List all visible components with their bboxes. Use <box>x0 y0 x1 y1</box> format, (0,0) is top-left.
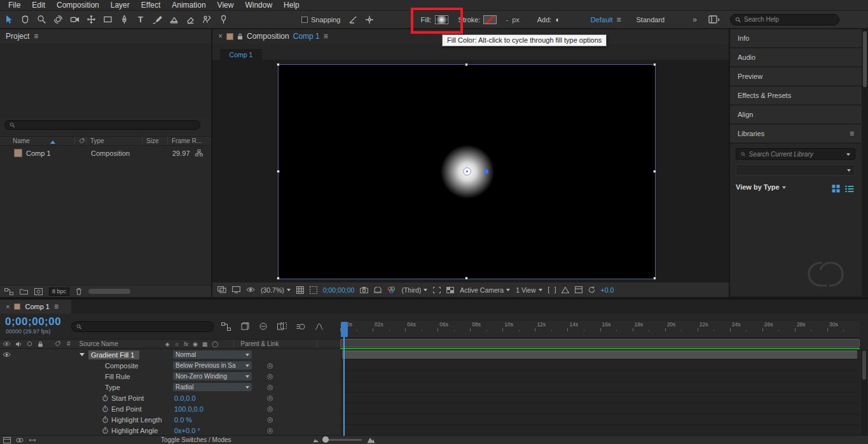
pick-whip-icon[interactable]: ◎ <box>267 361 273 370</box>
composition-tab-comp-name[interactable]: Comp 1 <box>293 32 320 41</box>
reset-exposure-icon[interactable] <box>588 286 595 293</box>
right-scrollbar-thumb[interactable] <box>863 31 867 87</box>
pixel-aspect-icon[interactable] <box>548 287 556 293</box>
snapshot-camera-icon[interactable] <box>360 287 368 293</box>
selection-handle[interactable] <box>653 63 656 66</box>
layer-duration-bar[interactable] <box>342 350 857 359</box>
close-tab-icon[interactable]: × <box>6 303 10 310</box>
timeline-ruler[interactable]: :00s 02s 04s 06s 08s 10s 12s 14s 16s 18s… <box>340 321 860 338</box>
timeline-tab[interactable]: × Comp 1 ≡ <box>0 300 71 314</box>
project-panel-menu-icon[interactable]: ≡ <box>34 32 38 41</box>
menu-animation[interactable]: Animation <box>166 1 211 10</box>
stopwatch-icon[interactable] <box>102 394 109 401</box>
viewer-tab[interactable]: Comp 1 <box>220 49 262 60</box>
trash-icon[interactable] <box>76 288 82 295</box>
lock-column-icon[interactable] <box>38 341 43 347</box>
view-by-type-dropdown[interactable]: View by Type <box>736 183 786 191</box>
roto-brush-tool-icon[interactable] <box>198 11 215 28</box>
fill-rule-dropdown[interactable]: Non-Zero Winding <box>173 372 252 380</box>
lock-icon[interactable] <box>237 33 243 40</box>
zoom-in-mountain-icon[interactable] <box>367 436 375 443</box>
selection-handle[interactable] <box>465 277 468 280</box>
column-label-color[interactable] <box>75 137 86 145</box>
work-area-bar[interactable] <box>340 339 860 347</box>
gradient-type-dropdown[interactable]: Radial <box>173 383 252 391</box>
property-row-start-point[interactable]: Start Point 0.0,0.0 ◎ <box>0 392 340 403</box>
eraser-tool-icon[interactable] <box>182 11 198 28</box>
viewer-area[interactable] <box>212 60 729 282</box>
workspace-menu-icon[interactable]: ≡ <box>617 15 621 24</box>
snap-angle-icon[interactable] <box>345 11 361 28</box>
layer-visibility-eye-icon[interactable] <box>3 352 11 357</box>
snapping-checkbox[interactable] <box>301 17 308 23</box>
camera-tool-icon[interactable] <box>66 11 83 28</box>
library-search-box[interactable] <box>736 148 855 160</box>
property-row-type[interactable]: Type Radial ◎ <box>0 382 340 392</box>
project-search-input[interactable] <box>18 121 195 128</box>
region-of-interest-icon[interactable] <box>433 287 441 293</box>
property-row-end-point[interactable]: End Point 100.0,0.0 ◎ <box>0 403 340 414</box>
stopwatch-icon[interactable] <box>102 416 109 423</box>
stopwatch-icon[interactable] <box>102 427 109 434</box>
panel-preview[interactable]: Preview <box>730 67 862 85</box>
shy-switch-icon[interactable]: ◈ <box>165 341 170 347</box>
timeline-current-timecode[interactable]: 0;00;00;00 <box>5 316 61 328</box>
fill-color-swatch[interactable] <box>435 15 448 24</box>
pick-whip-icon[interactable]: ◎ <box>267 372 273 380</box>
pan-behind-tool-icon[interactable] <box>83 11 99 28</box>
number-column[interactable]: # <box>67 340 71 347</box>
motion-blur-icon[interactable] <box>296 323 305 331</box>
menu-file[interactable]: File <box>3 1 26 10</box>
pick-whip-icon[interactable]: ◎ <box>267 426 273 434</box>
stroke-width-value[interactable]: - <box>506 16 508 24</box>
composition-mini-flowchart-icon[interactable] <box>221 323 231 331</box>
workspace-overflow-icon[interactable]: » <box>692 15 697 24</box>
add-shape-icon[interactable]: ◐ <box>555 15 560 24</box>
end-point-value[interactable]: 100.0,0.0 <box>174 405 203 413</box>
menu-layer[interactable]: Layer <box>105 1 135 10</box>
timeline-comp-button-icon[interactable] <box>575 286 582 293</box>
motion-blur-switch-icon[interactable]: ▦ <box>202 341 208 347</box>
list-view-icon[interactable] <box>845 185 854 193</box>
pick-whip-icon[interactable]: ◎ <box>267 383 273 391</box>
pick-whip-icon[interactable]: ◎ <box>267 405 273 413</box>
grid-guides-icon[interactable] <box>296 286 304 294</box>
selection-tool-icon[interactable] <box>0 11 17 28</box>
mask-visibility-icon[interactable] <box>310 286 317 294</box>
timeline-scrollbar-thumb[interactable] <box>862 350 866 380</box>
stroke-color-swatch[interactable] <box>483 15 497 24</box>
viewer-timecode[interactable]: 0;00;00;00 <box>323 286 355 294</box>
eye-icon[interactable] <box>246 287 255 293</box>
orbit-camera-tool-icon[interactable] <box>50 11 66 28</box>
start-point-value[interactable]: 0.0,0.0 <box>174 394 196 402</box>
composition-tab-title[interactable]: Composition <box>247 32 289 41</box>
current-time-indicator-line[interactable] <box>343 337 345 436</box>
audio-column-icon[interactable] <box>15 341 22 347</box>
selection-handle[interactable] <box>465 63 468 66</box>
property-row-fill-rule[interactable]: Fill Rule Non-Zero Winding ◎ <box>0 371 340 382</box>
label-column-tag-icon[interactable] <box>55 341 60 347</box>
library-select-dropdown[interactable] <box>736 164 855 176</box>
timeline-search-box[interactable] <box>71 321 214 332</box>
workspace-default[interactable]: Default <box>591 16 613 24</box>
column-size[interactable]: Size <box>142 137 168 145</box>
expand-layer-switches-icon[interactable] <box>3 437 11 443</box>
project-horizontal-scrollbar[interactable] <box>88 289 130 294</box>
draft-3d-icon[interactable] <box>240 323 249 331</box>
hand-tool-icon[interactable] <box>17 11 33 28</box>
workspace-bar-icon[interactable] <box>706 11 722 28</box>
column-name[interactable]: Name <box>0 137 75 145</box>
channel-icon[interactable] <box>387 286 396 293</box>
help-search-input[interactable] <box>744 16 834 23</box>
menu-composition[interactable]: Composition <box>51 1 105 10</box>
selection-handle[interactable] <box>653 170 656 173</box>
new-folder-icon[interactable] <box>20 288 28 295</box>
right-scrollbar-track[interactable] <box>862 29 867 297</box>
chevron-down-icon[interactable] <box>846 153 850 158</box>
gradient-end-point-handle[interactable] <box>484 169 488 174</box>
transparency-grid-icon[interactable] <box>446 287 454 293</box>
source-name-column[interactable]: Source Name <box>79 340 118 347</box>
effects-switch-icon[interactable]: fx <box>184 341 188 347</box>
timeline-panel-menu-icon[interactable]: ≡ <box>54 302 59 311</box>
layer-name[interactable]: Gradient Fill 1 <box>88 350 139 359</box>
